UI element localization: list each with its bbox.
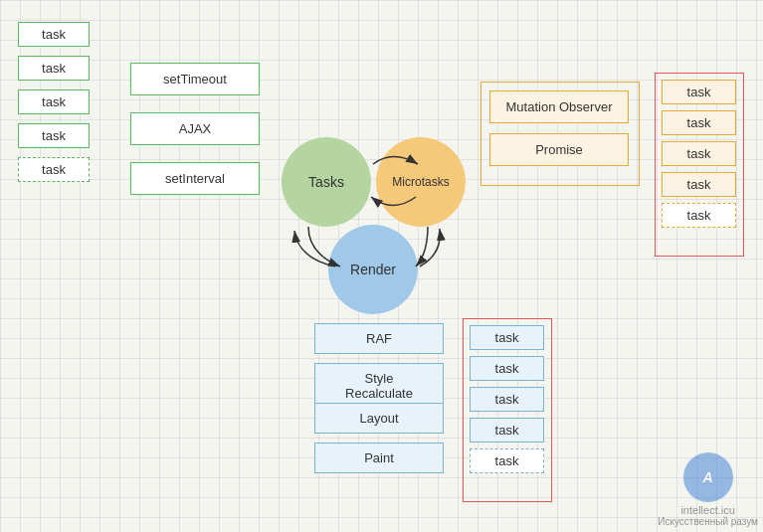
bottom-task-5: task	[470, 448, 544, 473]
right-task-3: task	[662, 141, 736, 166]
paint-box: Paint	[314, 443, 444, 473]
right-task-1: task	[662, 80, 736, 104]
bottom-task-3: task	[470, 387, 544, 412]
bottom-task-1: task	[470, 325, 544, 350]
layout-box: Layout	[314, 403, 444, 434]
task-box-5: task	[18, 157, 90, 182]
task-box-2: task	[18, 56, 90, 81]
setinterval-box: setInterval	[130, 162, 260, 195]
mutation-observer-box: Mutation Observer	[489, 90, 629, 123]
microtasks-circle: Microtasks	[376, 137, 466, 227]
promise-box: Promise	[489, 133, 629, 166]
bottom-right-tasks-container: task task task task task	[463, 318, 552, 502]
bottom-task-4: task	[470, 418, 544, 443]
bottom-task-2: task	[470, 356, 544, 381]
right-tasks-container: task task task task task	[655, 73, 744, 257]
render-circle: Render	[328, 225, 418, 314]
right-task-5: task	[662, 203, 736, 228]
microtask-container: Mutation Observer Promise	[480, 82, 640, 186]
settimeout-box: setTimeout	[130, 63, 260, 95]
right-task-4: task	[662, 172, 736, 197]
watermark-logo: A	[683, 452, 733, 502]
tasks-circle: Tasks	[282, 137, 371, 227]
ajax-box: AJAX	[130, 112, 260, 145]
task-box-1: task	[18, 22, 90, 47]
task-box-4: task	[18, 123, 90, 148]
watermark: A intellect.icu Искусственный разум	[658, 452, 758, 527]
raf-box: RAF	[314, 323, 444, 354]
task-box-3: task	[18, 89, 90, 114]
right-task-2: task	[662, 110, 736, 135]
